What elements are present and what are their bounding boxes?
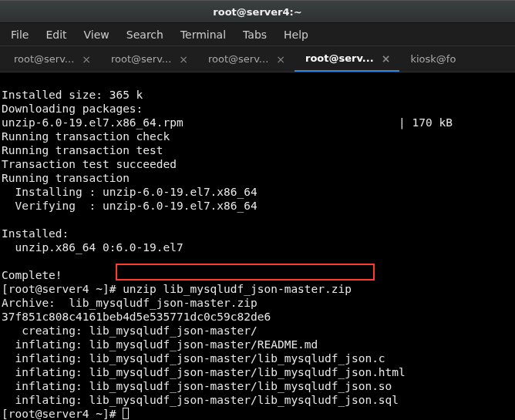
tab-label: root@serv...: [111, 53, 171, 65]
menu-view[interactable]: View: [76, 25, 117, 45]
terminal-line: 37f851c808c4161beb4d5e535771dc0c59c82de6: [2, 311, 271, 323]
close-icon[interactable]: ×: [177, 54, 190, 65]
close-icon[interactable]: ×: [380, 53, 392, 64]
terminal-line: [root@server4 ~]# unzip lib_mysqludf_jso…: [2, 283, 352, 295]
tab-3-active[interactable]: root@serv... ×: [295, 46, 399, 72]
terminal-line: inflating: lib_mysqludf_json-master/lib_…: [2, 366, 406, 378]
terminal-line: Archive: lib_mysqludf_json-master.zip: [2, 297, 258, 309]
terminal-output[interactable]: Installed size: 365 k Downloading packag…: [0, 72, 515, 420]
terminal-line: Running transaction: [2, 172, 130, 184]
tab-1[interactable]: root@serv... ×: [100, 46, 197, 72]
terminal-line: unzip.x86_64 0:6.0-19.el7: [2, 241, 183, 254]
terminal-line: unzip-6.0-19.el7.x86_64.rpm | 170 kB: [2, 116, 453, 129]
terminal-line: Verifying : unzip-6.0-19.el7.x86_64: [2, 200, 258, 212]
tab-4[interactable]: kiosk@fo: [399, 46, 463, 72]
window-title: root@server4:~: [213, 6, 301, 18]
close-icon[interactable]: ×: [274, 54, 287, 65]
terminal-line: Installed size: 365 k: [2, 89, 143, 101]
tab-0[interactable]: root@serv... ×: [3, 46, 100, 72]
menu-tabs[interactable]: Tabs: [235, 25, 274, 45]
tab-label: root@serv...: [14, 53, 74, 65]
tab-label: root@serv...: [305, 52, 374, 64]
menu-terminal[interactable]: Terminal: [173, 25, 234, 45]
terminal-line: inflating: lib_mysqludf_json-master/lib_…: [2, 394, 399, 406]
terminal-line: Installing : unzip-6.0-19.el7.x86_64: [2, 186, 258, 198]
window-titlebar: root@server4:~: [0, 0, 515, 23]
terminal-line: Complete!: [2, 269, 62, 281]
menu-help[interactable]: Help: [276, 25, 316, 45]
terminal-prompt: [root@server4 ~]#: [2, 408, 123, 420]
cursor-icon: [123, 408, 129, 419]
tab-label: root@serv...: [208, 53, 268, 65]
terminal-line: inflating: lib_mysqludf_json-master/lib_…: [2, 352, 385, 365]
terminal-line: Running transaction test: [2, 144, 163, 156]
terminal-line: inflating: lib_mysqludf_json-master/lib_…: [2, 380, 392, 392]
terminal-line: inflating: lib_mysqludf_json-master/READ…: [2, 338, 318, 351]
menubar: File Edit View Search Terminal Tabs Help: [0, 23, 515, 46]
terminal-line: Transaction test succeeded: [2, 158, 177, 170]
tab-label: kiosk@fo: [410, 53, 456, 65]
tabbar: root@serv... × root@serv... × root@serv.…: [0, 46, 515, 72]
terminal-line: Installed:: [2, 227, 69, 240]
terminal-line: creating: lib_mysqludf_json-master/: [2, 324, 258, 337]
tab-2[interactable]: root@serv... ×: [197, 46, 295, 72]
menu-search[interactable]: Search: [119, 25, 171, 45]
menu-edit[interactable]: Edit: [38, 25, 74, 45]
terminal-line: Running transaction check: [2, 130, 170, 143]
terminal-line: Downloading packages:: [2, 102, 143, 115]
close-icon[interactable]: ×: [80, 54, 93, 65]
menu-file[interactable]: File: [3, 25, 36, 45]
highlight-annotation: [116, 264, 375, 281]
